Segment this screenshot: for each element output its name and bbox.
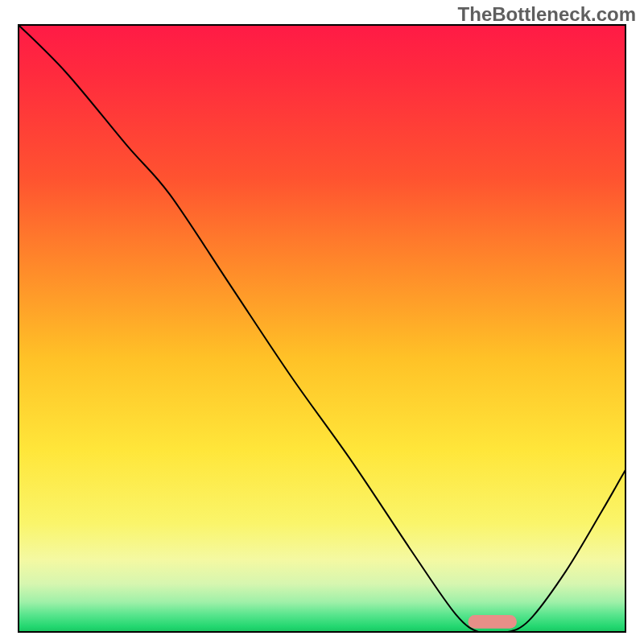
plot-area — [18, 24, 626, 633]
optimal-zone-bar — [468, 615, 516, 629]
watermark-text: TheBottleneck.com — [458, 3, 636, 26]
chart-container: TheBottleneck.com — [0, 0, 644, 644]
optimal-marker — [18, 24, 626, 633]
